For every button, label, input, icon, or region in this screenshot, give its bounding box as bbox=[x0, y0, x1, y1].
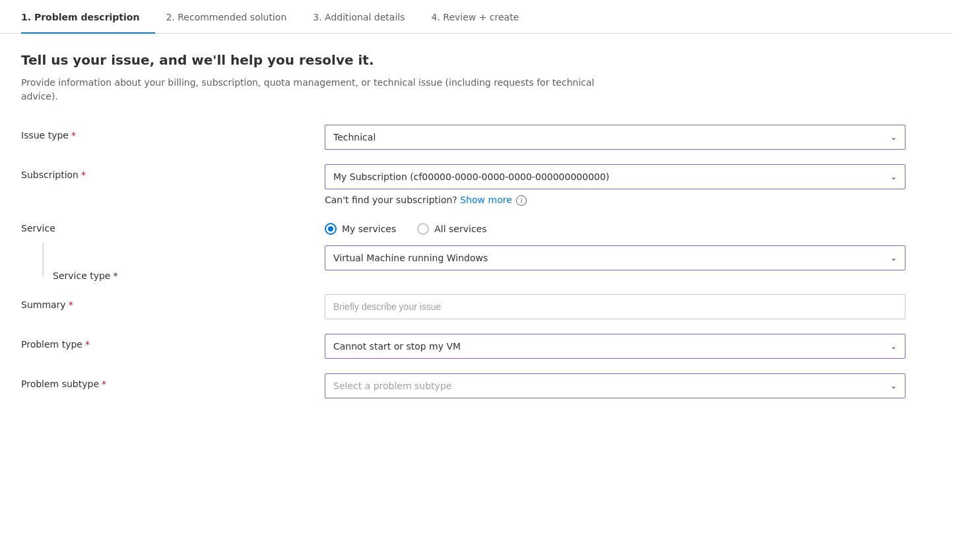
my-services-label: My services bbox=[342, 224, 396, 234]
all-services-radio[interactable] bbox=[417, 223, 429, 235]
tab-problem-description[interactable]: 1. Problem description bbox=[21, 0, 155, 33]
page-title: Tell us your issue, and we'll help you r… bbox=[21, 52, 932, 68]
problem-type-required: * bbox=[85, 339, 90, 350]
service-group-row: Service Service type * My services bbox=[21, 219, 932, 281]
problem-subtype-dropdown[interactable]: Select a problem subtype ⌄ bbox=[325, 373, 905, 398]
summary-row: Summary * bbox=[21, 294, 932, 321]
summary-required: * bbox=[69, 299, 73, 310]
service-type-required: * bbox=[113, 270, 117, 281]
problem-subtype-label: Problem subtype * bbox=[21, 373, 325, 389]
subscription-control: My Subscription (cf00000-0000-0000-0000-… bbox=[325, 164, 905, 206]
all-services-label: All services bbox=[434, 224, 486, 234]
subscription-hint: Can't find your subscription? Show more … bbox=[325, 195, 905, 206]
tab-review-create[interactable]: 4. Review + create bbox=[431, 0, 535, 33]
my-services-option[interactable]: My services bbox=[325, 223, 396, 235]
service-type-chevron-icon: ⌄ bbox=[890, 253, 897, 263]
issue-type-dropdown[interactable]: Technical ⌄ bbox=[325, 125, 905, 150]
summary-label: Summary * bbox=[21, 294, 325, 310]
my-services-radio[interactable] bbox=[325, 223, 337, 235]
page-description: Provide information about your billing, … bbox=[21, 76, 615, 104]
subscription-dropdown[interactable]: My Subscription (cf00000-0000-0000-0000-… bbox=[325, 164, 905, 189]
problem-type-control: Cannot start or stop my VM ⌄ bbox=[325, 334, 905, 359]
main-content: Tell us your issue, and we'll help you r… bbox=[0, 34, 953, 431]
service-control-column: My services All services Virtual Machine… bbox=[325, 219, 905, 270]
problem-type-row: Problem type * Cannot start or stop my V… bbox=[21, 334, 932, 360]
tab-recommended-solution[interactable]: 2. Recommended solution bbox=[166, 0, 302, 33]
issue-type-row: Issue type * Technical ⌄ bbox=[21, 125, 932, 151]
service-label: Service bbox=[21, 219, 325, 233]
problem-subtype-required: * bbox=[102, 379, 106, 389]
info-icon[interactable]: i bbox=[516, 195, 527, 206]
subscription-row: Subscription * My Subscription (cf00000-… bbox=[21, 164, 932, 206]
issue-type-control: Technical ⌄ bbox=[325, 125, 905, 150]
summary-control bbox=[325, 294, 905, 319]
service-label-column: Service Service type * bbox=[21, 219, 325, 281]
problem-subtype-control: Select a problem subtype ⌄ bbox=[325, 373, 905, 398]
show-more-link[interactable]: Show more bbox=[460, 195, 512, 205]
all-services-option[interactable]: All services bbox=[417, 223, 486, 235]
indent-bar bbox=[42, 243, 44, 277]
service-radio-group: My services All services bbox=[325, 219, 905, 235]
issue-type-label: Issue type * bbox=[21, 125, 325, 140]
subscription-chevron-icon: ⌄ bbox=[890, 172, 897, 181]
problem-subtype-chevron-icon: ⌄ bbox=[890, 381, 897, 390]
problem-type-chevron-icon: ⌄ bbox=[890, 342, 897, 351]
subscription-label: Subscription * bbox=[21, 164, 325, 180]
summary-input[interactable] bbox=[325, 294, 905, 319]
subscription-required: * bbox=[81, 170, 86, 180]
service-type-label: Service type * bbox=[21, 233, 325, 281]
problem-type-label: Problem type * bbox=[21, 334, 325, 350]
problem-subtype-row: Problem subtype * Select a problem subty… bbox=[21, 373, 932, 400]
problem-type-dropdown[interactable]: Cannot start or stop my VM ⌄ bbox=[325, 334, 905, 359]
issue-type-required: * bbox=[71, 130, 76, 140]
service-type-dropdown[interactable]: Virtual Machine running Windows ⌄ bbox=[325, 245, 905, 270]
issue-type-chevron-icon: ⌄ bbox=[890, 133, 897, 142]
tab-additional-details[interactable]: 3. Additional details bbox=[313, 0, 420, 33]
wizard-tabs: 1. Problem description 2. Recommended so… bbox=[0, 0, 953, 34]
